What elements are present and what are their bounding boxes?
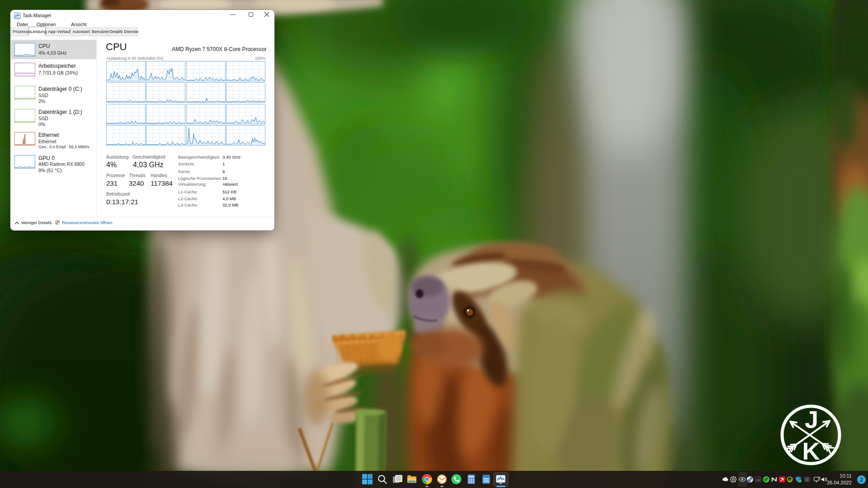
- svg-text:26.04.2022: 26.04.2022: [827, 480, 852, 485]
- svg-text:10:11: 10:11: [840, 473, 852, 479]
- svg-text:2: 2: [860, 477, 863, 483]
- svg-text:LG: LG: [756, 479, 760, 481]
- svg-text:K: K: [802, 437, 820, 465]
- svg-text:J: J: [805, 406, 818, 433]
